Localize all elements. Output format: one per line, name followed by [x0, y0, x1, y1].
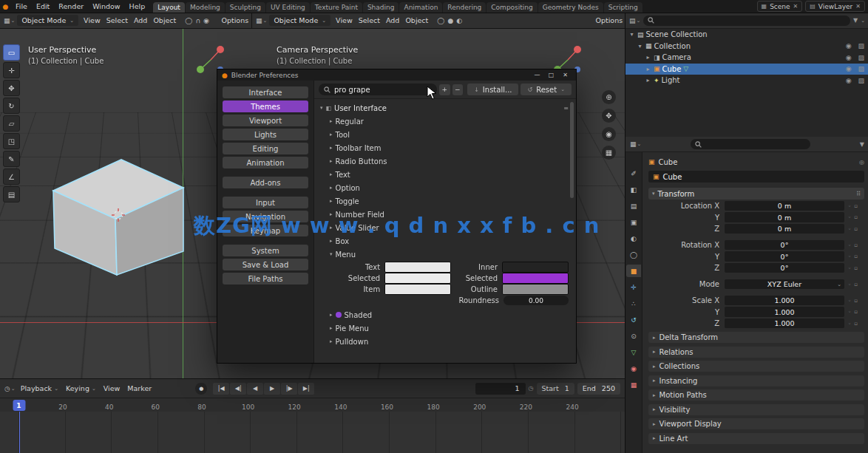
preferences-titlebar[interactable]: ● Blender Preferences — □ ✕: [217, 69, 576, 81]
outliner-row-light[interactable]: ▸✦Light◉▨: [625, 75, 868, 86]
animate-icon[interactable]: ◦: [848, 282, 851, 287]
expander-icon[interactable]: ▸: [645, 66, 651, 72]
editor-type-icon[interactable]: ▦⌄: [630, 140, 641, 148]
physics-tab[interactable]: ↺: [626, 313, 641, 326]
expander-icon[interactable]: ▸: [645, 54, 651, 61]
topbar-menu-file[interactable]: File: [11, 2, 32, 10]
timeline-menu-playback[interactable]: Playback⌄: [17, 384, 62, 392]
lock-icon[interactable]: ▫: [854, 203, 858, 209]
panel-relations[interactable]: ▸Relations: [648, 347, 864, 358]
color-swatch-inner[interactable]: [502, 262, 569, 273]
properties-search-input[interactable]: [691, 139, 810, 149]
animate-icon[interactable]: ◦: [848, 226, 851, 232]
cursor-tool[interactable]: ✛: [3, 62, 20, 78]
outliner-row-cube[interactable]: ▸▣Cube▽◉▨: [625, 64, 868, 75]
animate-icon[interactable]: ◦: [848, 214, 851, 220]
move-tool[interactable]: ✥: [3, 80, 20, 96]
color-swatch-text[interactable]: [384, 262, 451, 273]
expander-icon[interactable]: ▾: [628, 31, 635, 38]
y-field[interactable]: 0°: [725, 251, 844, 262]
constraints-tab[interactable]: ⊙: [626, 330, 641, 342]
install-theme-button[interactable]: ↓ Install...: [467, 84, 518, 95]
tree-item-toggle[interactable]: ▸Toggle: [320, 194, 569, 208]
mode-dropdown[interactable]: Object Mode⌄: [269, 15, 330, 26]
tree-item-text[interactable]: ▸Text: [320, 168, 569, 181]
timeline-menu-marker[interactable]: Marker: [123, 384, 155, 392]
roundness-field[interactable]: 0.00: [503, 296, 569, 305]
remove-preset-button[interactable]: −: [452, 84, 464, 95]
filter-funnel-icon[interactable]: ▼: [860, 141, 864, 148]
panel-line-art[interactable]: ▸Line Art: [648, 433, 864, 444]
z-field[interactable]: 0 m: [725, 224, 844, 234]
topbar-menu-help[interactable]: Help: [125, 2, 150, 10]
add-preset-button[interactable]: +: [439, 84, 450, 95]
outliner-search-input[interactable]: [643, 16, 850, 26]
y-field[interactable]: 1.000: [725, 307, 844, 317]
rotate-tool[interactable]: ↻: [3, 98, 20, 114]
end-frame-field[interactable]: End 250: [577, 383, 620, 395]
scrollbar[interactable]: [570, 102, 574, 198]
tree-root-row[interactable]: ▾ ◧ User Interface ≡: [320, 101, 569, 115]
z-field[interactable]: 1.000: [725, 319, 844, 329]
preferences-tab-themes[interactable]: Themes: [223, 101, 308, 112]
topbar-menu-window[interactable]: Window: [88, 2, 124, 10]
workspace-tab-layout[interactable]: Layout: [153, 2, 185, 13]
workspace-tab-shading[interactable]: Shading: [363, 2, 399, 13]
breadcrumb-object-name[interactable]: Cube: [659, 158, 678, 166]
modifiers-tab[interactable]: ✛: [626, 281, 641, 293]
panel-delta-transform[interactable]: ▸Delta Transform: [648, 332, 864, 343]
measure-tool[interactable]: ∠: [3, 168, 20, 185]
workspace-tab-texture-paint[interactable]: Texture Paint: [311, 2, 362, 13]
blender-logo-icon[interactable]: ●: [0, 3, 11, 10]
preferences-tab-system[interactable]: System: [223, 245, 308, 256]
theme-search-input[interactable]: pro grape: [319, 84, 437, 95]
particles-tab[interactable]: ∴: [626, 297, 641, 310]
workspace-tab-scripting[interactable]: Scripting: [604, 2, 642, 13]
preferences-tab-viewport[interactable]: Viewport: [223, 115, 308, 126]
material-tab[interactable]: ◉: [626, 362, 641, 375]
color-swatch-selected[interactable]: [502, 273, 569, 284]
expander-icon[interactable]: ▾: [637, 43, 643, 50]
shading-solid-icon[interactable]: ●: [447, 17, 453, 24]
rotation-x-field[interactable]: 0°: [725, 240, 844, 251]
panel-motion-paths[interactable]: ▸Motion Paths: [648, 389, 864, 401]
hamburger-icon[interactable]: ≡: [563, 105, 569, 112]
hide-viewport-icon[interactable]: ◉: [846, 77, 852, 84]
animate-icon[interactable]: ◦: [848, 298, 851, 304]
scene-selector[interactable]: ▦ Scene ✕: [757, 1, 803, 12]
tree-item-toolbar-item[interactable]: ▸Toolbar Item: [320, 141, 569, 154]
tree-item-value-slider[interactable]: ▸Value Slider: [320, 221, 569, 234]
pan-hand-icon[interactable]: ✥: [602, 109, 616, 123]
preferences-tab-input[interactable]: Input: [223, 197, 308, 208]
tool-tab[interactable]: ✐: [626, 167, 641, 180]
proportional-edit-icon[interactable]: ◉: [203, 17, 209, 24]
preferences-tab-save-load[interactable]: Save & Load: [223, 259, 308, 270]
toggle-grid-icon[interactable]: ▦: [602, 146, 616, 160]
scale-tool[interactable]: ▱: [3, 115, 20, 132]
object-data-tab[interactable]: ▽: [626, 346, 641, 358]
jump-to-start-button[interactable]: |◀: [213, 383, 229, 395]
transform-orientation-icon[interactable]: ◯: [185, 17, 192, 24]
menu-select[interactable]: Select: [356, 16, 383, 24]
preferences-tab-editing[interactable]: Editing: [223, 143, 308, 154]
preferences-tab-interface[interactable]: Interface: [223, 86, 308, 98]
transform-tool[interactable]: ◳: [3, 133, 20, 149]
outliner-row-collection[interactable]: ▾▦Collection◉▨: [625, 41, 868, 52]
menu-view[interactable]: View: [81, 16, 104, 24]
panel-instancing[interactable]: ▸Instancing: [648, 375, 864, 386]
prev-keyframe-button[interactable]: ◀|: [230, 383, 246, 395]
playhead-marker[interactable]: 1: [13, 400, 25, 411]
tree-item-pulldown[interactable]: ▸Pulldown: [320, 335, 569, 348]
viewlayer-close-icon[interactable]: ✕: [855, 3, 861, 10]
topbar-menu-edit[interactable]: Edit: [32, 2, 54, 10]
close-button[interactable]: ✕: [559, 72, 572, 78]
hide-viewport-icon[interactable]: ◉: [846, 42, 852, 50]
options-dropdown[interactable]: Options⌄: [221, 16, 255, 24]
workspace-tab-rendering[interactable]: Rendering: [443, 2, 486, 13]
render-tab[interactable]: ◧: [626, 183, 641, 196]
workspace-tab-compositing[interactable]: Compositing: [486, 2, 537, 13]
shading-wireframe-icon[interactable]: ◯: [437, 17, 444, 24]
lock-icon[interactable]: ▫: [854, 242, 858, 248]
color-swatch-selected[interactable]: [384, 273, 451, 284]
timeline-menu-view[interactable]: View: [100, 384, 124, 392]
